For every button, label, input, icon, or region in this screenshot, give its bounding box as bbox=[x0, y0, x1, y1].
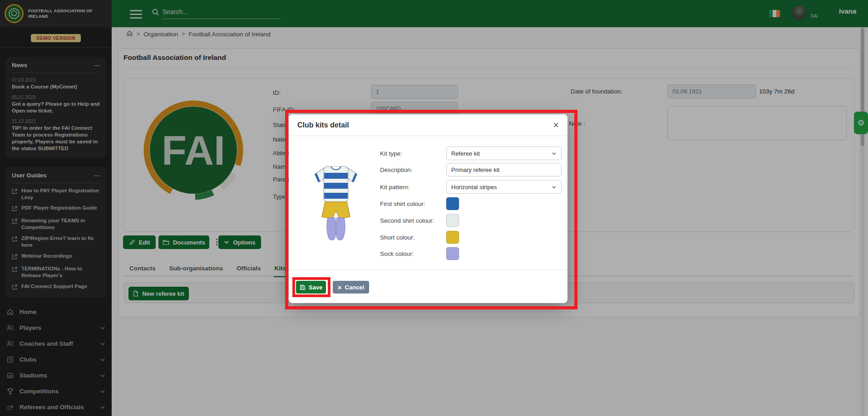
kit-type-select[interactable]: Referee kit bbox=[446, 147, 562, 160]
second-shirt-colour-swatch[interactable] bbox=[446, 214, 459, 227]
second-shirt-colour-label: Second shirt colour: bbox=[380, 217, 434, 224]
kit-pattern-value: Horizontal stripes bbox=[451, 184, 497, 191]
close-icon[interactable]: × bbox=[553, 120, 559, 130]
club-kits-detail-modal: Club kits detail × Kit type: Referee kit… bbox=[289, 114, 567, 303]
kit-preview-image bbox=[312, 162, 360, 243]
kit-pattern-label: Kit pattern: bbox=[380, 184, 409, 191]
kit-type-value: Referee kit bbox=[451, 150, 480, 157]
short-colour-label: Short colour: bbox=[380, 234, 415, 241]
x-icon: × bbox=[338, 284, 342, 291]
save-icon bbox=[300, 284, 306, 290]
first-shirt-colour-label: First shirt colour: bbox=[380, 201, 425, 207]
chevron-down-icon bbox=[552, 151, 557, 156]
modal-header: Club kits detail × bbox=[289, 114, 567, 136]
sock-colour-label: Sock colour: bbox=[380, 250, 414, 257]
description-input[interactable] bbox=[446, 163, 562, 176]
description-label: Description: bbox=[380, 166, 412, 173]
modal-footer-divider bbox=[289, 269, 567, 270]
cancel-button[interactable]: × Cancel bbox=[333, 281, 369, 294]
sock-colour-swatch[interactable] bbox=[446, 247, 459, 260]
kit-pattern-select[interactable]: Horizontal stripes bbox=[446, 180, 562, 194]
short-colour-swatch[interactable] bbox=[446, 231, 459, 244]
modal-title: Club kits detail bbox=[297, 121, 349, 129]
kit-type-label: Kit type: bbox=[380, 150, 402, 157]
first-shirt-colour-swatch[interactable] bbox=[446, 197, 459, 210]
chevron-down-icon bbox=[552, 185, 557, 190]
save-button[interactable]: Save bbox=[296, 281, 326, 294]
